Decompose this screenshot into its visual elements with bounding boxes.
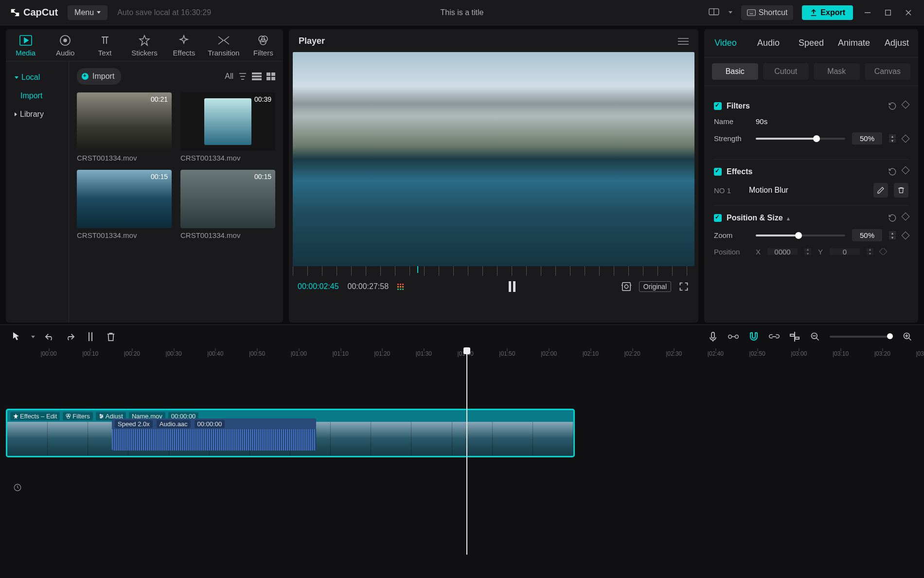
align-button[interactable]	[789, 331, 800, 343]
undo-button[interactable]	[44, 331, 55, 343]
playhead[interactable]	[466, 348, 467, 555]
keyframe-icon[interactable]	[902, 213, 910, 221]
media-item[interactable]: 00:15 CRST001334.mov	[180, 170, 275, 239]
delete-effect-button[interactable]	[894, 183, 908, 198]
maximize-button[interactable]	[882, 7, 894, 18]
reset-icon[interactable]	[888, 214, 897, 222]
svg-point-37	[735, 335, 738, 339]
zoom-slider[interactable]	[756, 235, 845, 236]
tab-animate[interactable]: Animate	[833, 29, 875, 57]
sort-icon[interactable]	[238, 72, 247, 80]
sidebar-item-local[interactable]: Local	[6, 68, 69, 87]
clip-filters-chip[interactable]: Filters	[63, 412, 92, 420]
delete-button[interactable]	[105, 331, 117, 343]
tab-adjust[interactable]: Adjust	[875, 29, 918, 57]
tab-text[interactable]: Text	[85, 29, 124, 61]
tab-stickers[interactable]: Stickers	[124, 29, 164, 61]
play-pause-button[interactable]	[508, 281, 516, 292]
edit-effect-button[interactable]	[873, 183, 888, 198]
tab-effects[interactable]: Effects	[164, 29, 204, 61]
selection-tool-button[interactable]	[11, 331, 22, 343]
svg-rect-29	[509, 281, 511, 292]
tab-audio-label: Audio	[56, 49, 74, 57]
layout-button[interactable]	[708, 7, 720, 18]
audio-clip[interactable]: Speed 2.0x Audio.aac 00:00:00	[112, 418, 316, 451]
collapse-icon[interactable]: ▲	[786, 216, 791, 221]
subtab-cutout[interactable]: Cutout	[763, 63, 809, 80]
filters-checkbox[interactable]	[714, 102, 722, 110]
snapshot-button[interactable]	[621, 281, 632, 292]
tab-audio[interactable]: Audio	[45, 29, 85, 61]
magnet-button[interactable]	[748, 331, 760, 343]
strength-value[interactable]: 50%	[852, 132, 882, 144]
subtab-canvas[interactable]: Canvas	[865, 63, 911, 80]
record-voiceover-button[interactable]	[707, 331, 719, 343]
keyframe-icon[interactable]	[902, 101, 910, 109]
strength-label: Strength	[714, 134, 749, 143]
view-grid-icon[interactable]	[267, 72, 275, 80]
x-stepper[interactable]: ▲▼	[804, 248, 811, 255]
media-thumbnail: 00:15	[77, 170, 172, 228]
preview-ruler[interactable]	[293, 266, 694, 276]
y-stepper[interactable]: ▲▼	[867, 248, 873, 255]
import-button[interactable]: Import	[77, 68, 121, 85]
minimize-button[interactable]	[862, 7, 873, 18]
keyframe-icon[interactable]	[879, 248, 888, 255]
tab-stickers-label: Stickers	[131, 49, 157, 57]
tab-filters[interactable]: Filters	[244, 29, 283, 61]
tab-transition[interactable]: Transition	[204, 29, 243, 61]
y-value[interactable]: 0	[830, 248, 860, 255]
tab-audio-inspector[interactable]: Audio	[747, 29, 790, 57]
layout-chevron-icon[interactable]	[729, 11, 732, 14]
split-button[interactable]	[85, 331, 96, 343]
shortcut-button[interactable]: Shortcut	[741, 5, 794, 20]
original-quality-badge[interactable]: Original	[639, 281, 671, 292]
export-button[interactable]: Export	[802, 5, 853, 20]
tab-speed[interactable]: Speed	[790, 29, 833, 57]
sidebar-item-import[interactable]: Import	[6, 87, 69, 105]
media-item[interactable]: 00:15 CRST001334.mov	[77, 170, 172, 239]
menu-button[interactable]: Menu	[68, 5, 107, 20]
duration-badge: 00:15	[254, 173, 271, 181]
tab-video[interactable]: Video	[704, 29, 747, 57]
strength-slider[interactable]	[756, 138, 845, 140]
link-clips-button[interactable]	[768, 331, 780, 343]
fullscreen-button[interactable]	[678, 281, 690, 292]
clip-effects-chip[interactable]: Effects – Edit	[10, 412, 60, 420]
timeline-ruler[interactable]: |00:00|00:10|00:20|00:30|00:40|00:50|01:…	[0, 348, 924, 360]
zoom-out-button[interactable]	[809, 331, 821, 343]
keyframe-icon[interactable]	[902, 166, 910, 175]
position-checkbox[interactable]	[714, 214, 722, 222]
svg-rect-20	[252, 75, 262, 77]
media-item[interactable]: 00:39 CRST001334.mov	[180, 92, 275, 162]
effects-icon	[178, 34, 190, 47]
reset-icon[interactable]	[888, 167, 897, 176]
link-button[interactable]	[728, 331, 739, 343]
player-menu-icon[interactable]	[678, 37, 689, 45]
subtab-basic[interactable]: Basic	[712, 63, 758, 80]
media-item[interactable]: 00:21 CRST001334.mov	[77, 92, 172, 162]
filter-all[interactable]: All	[225, 72, 233, 81]
effects-checkbox[interactable]	[714, 168, 722, 176]
reset-icon[interactable]	[888, 102, 897, 110]
subtab-mask[interactable]: Mask	[814, 63, 860, 80]
redo-button[interactable]	[64, 331, 76, 343]
view-list-icon[interactable]	[252, 72, 262, 80]
import-btn-label: Import	[92, 72, 114, 81]
close-button[interactable]	[903, 7, 914, 18]
caret-icon	[15, 76, 18, 79]
zoom-value[interactable]: 50%	[852, 229, 882, 241]
sidebar-item-library[interactable]: Library	[6, 105, 69, 124]
keyframe-icon[interactable]	[902, 134, 910, 143]
keyframe-icon[interactable]	[902, 231, 910, 239]
project-title[interactable]: This is a title	[441, 8, 484, 17]
zoom-stepper[interactable]: ▲▼	[889, 231, 896, 239]
strength-stepper[interactable]: ▲▼	[889, 134, 896, 143]
tool-dropdown-icon[interactable]	[31, 336, 35, 338]
timeline-zoom-slider[interactable]	[830, 336, 893, 338]
tab-media[interactable]: Media	[6, 29, 45, 61]
audio-track-icon[interactable]	[12, 482, 23, 493]
zoom-in-button[interactable]	[902, 331, 913, 343]
x-value[interactable]: 0000	[767, 248, 798, 255]
video-preview[interactable]	[293, 52, 694, 266]
